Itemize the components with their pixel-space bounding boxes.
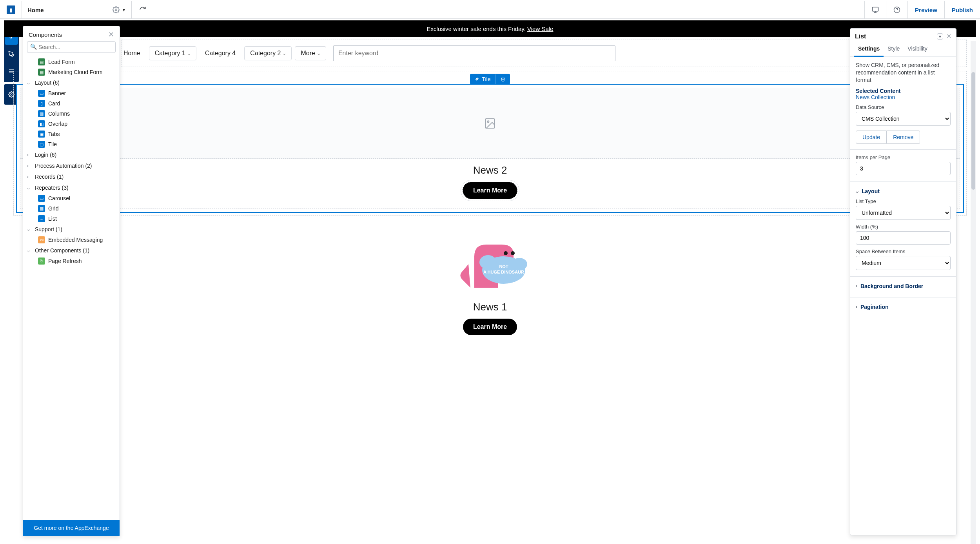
- svg-rect-1: [873, 7, 878, 11]
- top-toolbar: ▮ Home ▼ Preview Publish: [0, 0, 980, 19]
- refresh-icon: [139, 6, 146, 13]
- help-icon: [893, 6, 900, 13]
- header-actions: Preview Publish: [864, 1, 980, 18]
- monitor-icon: [872, 6, 879, 13]
- page-selector[interactable]: Home ▼: [22, 1, 132, 18]
- refresh-button[interactable]: [132, 6, 154, 13]
- publish-button[interactable]: Publish: [944, 1, 980, 18]
- svg-point-0: [115, 9, 117, 11]
- page-name: Home: [27, 7, 44, 13]
- gear-icon[interactable]: [113, 6, 120, 13]
- desktop-view-button[interactable]: [864, 1, 886, 18]
- preview-button[interactable]: Preview: [907, 1, 944, 18]
- help-button[interactable]: [886, 1, 907, 18]
- caret-down-icon[interactable]: ▼: [122, 8, 126, 12]
- app-logo[interactable]: ▮: [0, 1, 22, 18]
